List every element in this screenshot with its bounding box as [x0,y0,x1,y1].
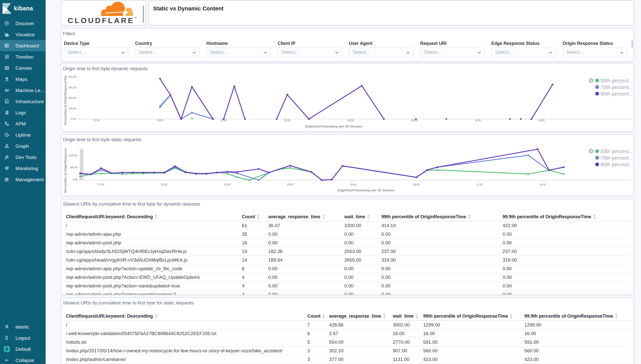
svg-text:05:00: 05:00 [350,183,357,186]
svg-text:08:00: 08:00 [411,119,417,122]
svg-text:100.00: 100.00 [68,107,76,110]
svg-text:50th percent...: 50th percent... [600,78,633,83]
svg-text:500.00: 500.00 [70,166,78,169]
svg-text:14:00: 14:00 [538,119,545,122]
svg-text:17:00: 17:00 [93,119,100,122]
svg-text:95th percent...: 95th percent... [600,91,633,97]
svg-text:D: D [5,347,8,351]
svg-text:02:00: 02:00 [284,119,290,122]
svg-text:20:00: 20:00 [157,119,163,122]
svg-text:CLOUDFLARE: CLOUDFLARE [68,16,134,25]
svg-text:11:00: 11:00 [475,119,481,122]
svg-text:20:00: 20:00 [161,183,167,186]
svg-text:EdgeStartTimestamp per 30 minu: EdgeStartTimestamp per 30 minutes [337,188,395,192]
svg-text:0.00: 0.00 [73,178,78,181]
svg-text:Percentiles of OriginResponse: Percentiles of OriginResponse [64,148,67,193]
svg-text:75th percent...: 75th percent... [600,84,633,90]
svg-text:50th percent...: 50th percent... [600,149,633,154]
svg-text:05:00: 05:00 [348,119,354,122]
svg-text:300.00: 300.00 [68,86,76,89]
svg-text:400.00: 400.00 [68,76,76,78]
svg-text:11:00: 11:00 [476,183,483,186]
svg-text:Percentiles of OriginResponseT: Percentiles of OriginResponseTim [64,75,67,125]
svg-text:08:00: 08:00 [413,183,420,186]
svg-text:02:00: 02:00 [287,183,293,186]
svg-text:EdgeStartTimestamp per 30 minu: EdgeStartTimestamp per 30 minutes [305,124,362,128]
svg-text:95th percent...: 95th percent... [600,162,633,167]
svg-text:200.00: 200.00 [68,97,76,99]
svg-text:14:00: 14:00 [539,183,546,186]
svg-text:17:00: 17:00 [98,183,104,186]
svg-text:®: ® [135,16,137,19]
svg-text:1000.00: 1000.00 [68,154,78,157]
svg-text:0.00: 0.00 [71,118,76,120]
svg-text:23:00: 23:00 [224,183,230,186]
svg-text:75th percent...: 75th percent... [600,155,633,161]
